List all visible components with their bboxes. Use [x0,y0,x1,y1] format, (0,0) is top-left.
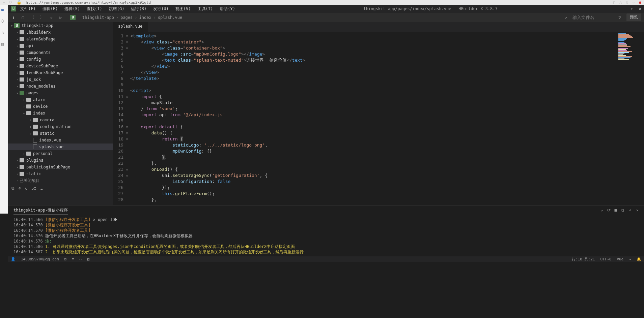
rail-icon-1[interactable]: ⊞ [1,7,7,13]
tree-alarm[interactable]: alarmSubPage [26,37,56,41]
tree-splashvue[interactable]: splash.vue [39,145,63,149]
tree-alarm2[interactable]: alarm [33,97,45,102]
close-icon[interactable]: ✕ [639,6,641,11]
cloud-icon[interactable]: ☁ [40,186,43,191]
menu-edit[interactable]: 编辑(E) [40,5,61,12]
console-export-icon[interactable]: ↗ [600,208,603,214]
maximize-icon[interactable]: ☐ [631,6,634,11]
menu-find[interactable]: 查找(I) [84,5,105,12]
file-search-input[interactable] [572,15,613,20]
console-stop-icon[interactable]: ■ [615,208,617,214]
tree-hbuilderx[interactable]: .hbuilderx [26,30,51,35]
url-bar[interactable]: https://yunteng.yuque.com/avshoi/hlzgwf/… [26,0,609,5]
nav-forward-icon[interactable]: 〉 [39,15,45,20]
tree-publiclogin[interactable]: publicLoginSubPage [26,165,70,169]
menu-tool[interactable]: 工具(T) [195,5,216,12]
fold-gutter[interactable]: ⊟⊟⊟⊟⊟⊟⊟⊟⊟ [126,32,130,205]
tree-api[interactable]: api [26,43,34,48]
refresh-icon[interactable]: ⟳ [9,0,12,5]
file-explorer[interactable]: ▾Uthingskit-app ›.hbuilderx ›alarmSubPag… [8,22,113,205]
menu-view[interactable]: 视图(V) [173,5,194,12]
status-icon-4[interactable]: ◧ [87,257,89,261]
tree-config[interactable]: config [26,57,41,62]
code-content[interactable]: <template> <view class="container"> <vie… [130,32,617,205]
menu-help[interactable]: 帮助(Y) [217,5,238,12]
folder-icon [20,172,24,176]
console-output[interactable]: 16:40:14.566 [微信小程序开发者工具] × open IDE 16:… [8,216,644,256]
record-icon[interactable]: ● [639,0,641,5]
tree-device[interactable]: deviceSubPage [26,64,58,68]
menu-publish[interactable]: 发行(U) [150,5,171,12]
rail-search-icon[interactable]: Q [1,19,7,24]
status-indent-icon[interactable]: ⇥ [629,257,631,261]
window-controls: — ☐ ✕ [623,6,641,11]
status-user[interactable]: 1400859700@qq.com [21,257,59,261]
tree-nodemod[interactable]: node_modules [26,84,56,89]
menu-run[interactable]: 运行(R) [128,5,149,12]
folder-icon [20,37,24,41]
rail-home-icon[interactable]: ⌂ [1,30,7,36]
nav-back-icon[interactable]: 〈 [30,15,35,20]
tree-root[interactable]: thingskit-app [22,23,53,28]
favorite-icon[interactable]: ☆ [633,0,635,5]
tree-jssdk[interactable]: js_sdk [26,77,41,82]
status-encoding[interactable]: UTF-8 [600,257,611,261]
editor-tab[interactable]: splash.vue [113,22,148,32]
lock-icon: 🔒 [17,0,22,5]
status-language[interactable]: Vue [617,257,624,261]
bc-index[interactable]: index [139,15,151,20]
menu-select[interactable]: 选择(S) [62,5,83,12]
status-position[interactable]: 行:18 列:21 [572,257,595,262]
bug-icon[interactable]: ⊙ [19,186,21,191]
new-file-icon[interactable]: ▢ [20,15,26,20]
back-icon[interactable]: ← [3,0,5,5]
tree-index[interactable]: index [33,111,45,116]
preview-button[interactable]: 预览 [626,13,641,21]
bc-pages[interactable]: pages [120,15,133,20]
star-icon[interactable]: ☆ [49,15,54,20]
tree-feedback[interactable]: feedBackSubPage [26,70,63,75]
minimap[interactable] [617,32,644,205]
extension-icon[interactable]: ◧ [613,0,615,5]
newwin-icon[interactable]: ↗ [563,15,568,20]
status-icon-3[interactable]: ▭ [80,257,82,261]
console-refresh-icon[interactable]: ⟳ [607,208,611,214]
console-collapse-icon[interactable]: ＾ [628,208,632,214]
bc-root[interactable]: thingskit-app [82,15,114,20]
play-icon[interactable]: ▷ [58,15,63,20]
menu-file[interactable]: 文件(F) [18,5,38,12]
console-split-icon[interactable]: ⧉ [621,208,624,214]
user-icon[interactable]: 👤 [11,257,16,261]
tree-device2[interactable]: device [33,104,48,109]
zoom-icon[interactable]: Q [626,0,628,5]
translate-icon[interactable]: A [619,0,622,5]
tree-closed[interactable]: 已关闭项目 [20,178,40,184]
bc-file[interactable]: splash.vue [158,15,182,20]
filter-icon[interactable]: ▽ [617,15,622,20]
console-close-icon[interactable]: ✕ [636,208,639,214]
tree-static[interactable]: static [40,131,54,136]
minimize-icon[interactable]: — [623,6,625,11]
sync-icon[interactable]: ↻ [25,186,27,191]
terminal-icon[interactable]: ⧉ [11,186,15,191]
folder-icon [20,51,24,55]
tree-camera[interactable]: camera [40,118,54,122]
status-icon-1[interactable]: ⊟ [64,257,67,261]
tree-personal[interactable]: personal [33,151,53,156]
tree-components[interactable]: components [26,50,51,55]
code-area[interactable]: 1234567891011121314151617181920212223242… [113,32,644,205]
menu-goto[interactable]: 跳转(G) [106,5,127,12]
status-icon-2[interactable]: ≡ [72,257,74,261]
branch-icon[interactable]: ⎇ [31,186,36,191]
console-tab[interactable]: thingskit-app-微信小程序 [13,206,68,215]
tree-plugins[interactable]: plugins [26,158,44,163]
rail-doc-icon[interactable]: ▤ [1,42,7,47]
tree-config2[interactable]: configuration [40,124,72,129]
sidebar-toggle-icon[interactable]: ▮ [11,15,16,20]
tree-static2[interactable]: static [26,171,41,176]
folder-icon [20,165,24,169]
tree-pages[interactable]: pages [26,91,38,95]
tree-indexvue[interactable]: index.vue [39,138,61,142]
status-notif-icon[interactable]: 🔔 [637,257,641,261]
breadcrumb[interactable]: thingskit-app› pages› index› splash.vue [82,15,182,20]
